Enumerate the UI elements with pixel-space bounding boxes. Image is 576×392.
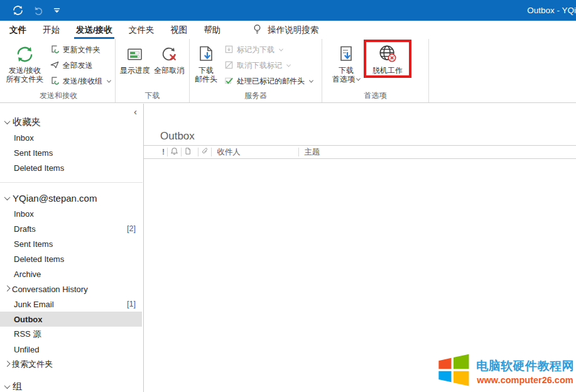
mark-to-download-icon: [224, 45, 234, 56]
send-receive-all-folders-button[interactable]: 发送/接收 所有文件夹: [4, 40, 45, 84]
column-to[interactable]: 收件人: [212, 146, 298, 158]
sidebar-divider: [0, 182, 143, 183]
collapse-folder-pane-icon[interactable]: ‹: [134, 106, 137, 117]
undo-icon[interactable]: [33, 5, 44, 16]
message-list-pane: Outbox !: [144, 104, 576, 392]
chevron-down-icon[interactable]: [4, 383, 11, 389]
work-offline-highlight: 脱机工作: [369, 40, 406, 75]
group-label-preferences: 首选项: [322, 90, 428, 102]
sidebar-item-conversation-history[interactable]: Conversation History: [0, 281, 143, 297]
button-label: 全部取消: [154, 66, 184, 75]
customize-quick-access-icon[interactable]: [53, 7, 60, 14]
section-label: 组: [13, 381, 22, 392]
column-reminder[interactable]: [168, 146, 181, 158]
button-label: 标记为下载: [237, 45, 274, 55]
unmark-to-download-button[interactable]: 取消下载标记: [222, 58, 315, 74]
button-label: 所有文件夹: [6, 75, 43, 84]
ribbon-group-send-receive: 发送/接收 所有文件夹 更新文件夹: [2, 39, 116, 102]
sidebar-item-sent-items-favorites[interactable]: Sent Items: [0, 145, 143, 160]
document-icon: [184, 147, 192, 157]
lightbulb-icon: [253, 24, 262, 36]
sidebar-section-account[interactable]: YQian@stepan.com: [0, 190, 143, 206]
tab-send-receive[interactable]: 发送/接收: [68, 21, 121, 39]
mark-to-download-button[interactable]: 标记为下载: [222, 42, 315, 58]
sidebar-item-inbox[interactable]: Inbox: [0, 206, 143, 221]
send-all-button[interactable]: 全部发送: [48, 58, 112, 74]
show-progress-button[interactable]: 显示进度: [118, 40, 152, 75]
chevron-down-icon[interactable]: [4, 118, 11, 124]
group-label-server: 服务器: [190, 90, 322, 102]
unread-count-badge: [1]: [127, 300, 136, 308]
column-attachment[interactable]: [198, 146, 211, 158]
unmark-to-download-icon: [224, 60, 234, 72]
sidebar-item-archive[interactable]: Archive: [0, 266, 143, 281]
send-receive-all-icon: [15, 42, 35, 66]
button-label: 全部发送: [63, 60, 93, 71]
tab-view[interactable]: 视图: [162, 21, 195, 39]
sidebar-item-sent-items[interactable]: Sent Items: [0, 236, 143, 251]
chevron-right-icon[interactable]: [4, 285, 11, 291]
sidebar-item-deleted-items[interactable]: Deleted Items: [0, 251, 143, 266]
tab-file[interactable]: 文件: [1, 21, 35, 39]
sidebar-section-favorites[interactable]: 收藏夹: [0, 114, 143, 130]
button-label: 更新文件夹: [63, 45, 101, 55]
folder-pane: ‹ 收藏夹 Inbox Sent Items Deleted Items YQi…: [0, 104, 144, 392]
process-marked-headers-button[interactable]: 处理已标记的邮件头: [222, 74, 315, 89]
button-label: 脱机工作: [372, 66, 403, 75]
work-offline-icon: [378, 42, 398, 66]
button-label: 发送/接收组: [63, 76, 102, 87]
sidebar-item-deleted-items-favorites[interactable]: Deleted Items: [0, 160, 143, 175]
show-progress-icon: [126, 42, 143, 66]
outlook-window: Outbox - YQi 文件 开始 发送/接收 文件夹 视图 帮助 操作说明搜…: [0, 0, 576, 392]
sidebar-item-junk-email[interactable]: Junk Email [1]: [0, 297, 143, 312]
quick-access-toolbar: [12, 4, 60, 16]
button-label: 发送/接收: [9, 66, 41, 75]
ribbon-group-preferences: 下载 首选项: [322, 39, 429, 102]
chevron-down-icon: [286, 63, 291, 67]
titlebar: Outbox - YQi: [0, 0, 576, 21]
window-title: Outbox - YQi: [527, 6, 576, 15]
sidebar-item-search-folders[interactable]: 搜索文件夹: [0, 357, 143, 372]
ribbon-group-download: 显示进度 全部取消 下载: [116, 39, 190, 102]
sidebar-item-unfiled[interactable]: Unfiled: [0, 342, 143, 357]
sidebar-item-outbox[interactable]: Outbox: [0, 312, 142, 327]
unread-count-badge: [2]: [127, 224, 136, 233]
download-headers-icon: [198, 42, 214, 66]
download-preferences-button[interactable]: 下载 首选项: [330, 40, 362, 84]
sidebar-section-groups[interactable]: 组: [0, 378, 143, 392]
cancel-all-button[interactable]: 全部取消: [152, 40, 187, 75]
button-label: 下载: [339, 66, 354, 75]
tab-folder[interactable]: 文件夹: [121, 21, 163, 39]
section-label: YQian@stepan.com: [13, 193, 97, 204]
sidebar-item-drafts[interactable]: Drafts [2]: [0, 221, 143, 236]
cancel-all-icon: [160, 42, 178, 66]
tab-home[interactable]: 开始: [35, 21, 68, 39]
group-label-send-receive: 发送和接收: [2, 90, 115, 102]
send-receive-icon[interactable]: [12, 4, 24, 16]
send-all-icon: [50, 60, 60, 72]
window-body: ‹ 收藏夹 Inbox Sent Items Deleted Items YQi…: [0, 104, 576, 392]
ribbon-tabs: 文件 开始 发送/接收 文件夹 视图 帮助 操作说明搜索: [0, 21, 576, 39]
windows-flag-logo: [436, 352, 471, 390]
column-item-type[interactable]: [182, 146, 194, 158]
paperclip-icon: [201, 147, 209, 157]
download-headers-button[interactable]: 下载 邮件头: [192, 40, 220, 84]
sidebar-item-inbox-favorites[interactable]: Inbox: [0, 130, 143, 145]
watermark: 电脑软硬件教程网 www.computer26.com: [436, 352, 574, 390]
sidebar-item-rss-feeds[interactable]: RSS 源: [0, 327, 143, 342]
update-folder-button[interactable]: 更新文件夹: [48, 42, 112, 58]
work-offline-button[interactable]: 脱机工作: [369, 40, 406, 75]
tab-help[interactable]: 帮助: [195, 21, 229, 39]
group-label-download: 下载: [116, 90, 189, 102]
section-label: 收藏夹: [13, 116, 41, 128]
tell-me-search[interactable]: 操作说明搜索: [253, 21, 318, 39]
button-label: 邮件头: [195, 75, 217, 84]
send-receive-groups-button[interactable]: 发送/接收组: [48, 74, 112, 89]
column-importance[interactable]: !: [160, 146, 167, 158]
chevron-right-icon[interactable]: [4, 361, 11, 367]
chevron-down-icon[interactable]: [4, 194, 11, 200]
button-label: 处理已标记的邮件头: [237, 76, 305, 87]
chevron-down-icon: [309, 79, 313, 83]
column-subject[interactable]: 主题: [299, 146, 576, 158]
tell-me-label: 操作说明搜索: [268, 24, 318, 36]
